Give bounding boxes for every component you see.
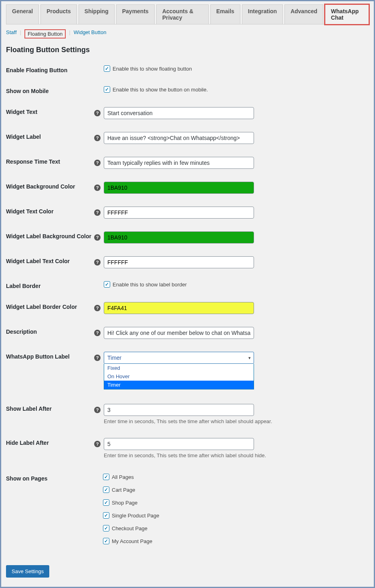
label-button-label: WhatsApp Button Label [6,352,94,360]
checkbox-shop-page[interactable] [103,499,109,506]
label-widget-text: Widget Text [6,107,94,115]
sub-tab-staff[interactable]: Staff [6,29,21,39]
tab-emails[interactable]: Emails [210,4,240,24]
checkbox-cart-page[interactable] [103,487,109,493]
input-hide-after[interactable] [104,438,254,450]
checkbox-single-product-page[interactable] [103,512,109,519]
checkbox-show-mobile[interactable] [104,86,110,93]
sub-tab-widget-button[interactable]: Widget Button [74,29,107,39]
input-label-bg-color[interactable] [104,231,254,243]
help-icon[interactable]: ? [94,135,101,141]
dropdown-button-label: Fixed On Hover Timer [104,364,254,389]
input-bg-color[interactable] [104,182,254,194]
tab-whatsapp-chat[interactable]: WhatsApp Chat [325,4,369,24]
help-icon[interactable]: ? [94,355,101,361]
input-label-text-color[interactable] [104,256,254,268]
checkbox-checkout-page-label: Checkout Page [112,525,147,531]
checkbox-show-mobile-label: Enable this to show the button on mobile… [113,87,208,93]
tab-accounts-privacy[interactable]: Accounts & Privacy [156,4,209,24]
tab-payments[interactable]: Payments [116,4,155,24]
label-enable-floating: Enable Floating Button [6,65,94,73]
checkbox-all-pages[interactable] [103,474,109,480]
save-button[interactable]: Save Settings [6,565,49,578]
help-icon[interactable]: ? [94,185,101,191]
input-widget-text[interactable] [104,107,254,119]
help-icon[interactable]: ? [94,330,101,336]
input-label-border-color[interactable] [104,302,254,314]
label-show-after: Show Label After [6,404,94,412]
main-tabs: General Products Shipping Payments Accou… [6,4,369,24]
help-icon[interactable]: ? [94,110,101,116]
dropdown-option-fixed[interactable]: Fixed [104,364,254,372]
checkbox-checkout-page[interactable] [103,525,109,531]
label-label-border-color: Widget Label Border Color [6,302,94,310]
help-icon[interactable]: ? [94,259,101,266]
label-description: Description [6,327,94,335]
tab-general[interactable]: General [6,4,39,24]
sub-tab-floating-button[interactable]: Floating Button [24,29,66,39]
checkbox-my-account-page-label: My Account Page [112,538,152,544]
input-response-time[interactable] [104,157,254,169]
label-hide-after: Hide Label After [6,438,94,446]
help-icon[interactable]: ? [94,160,101,166]
checkbox-cart-page-label: Cart Page [112,487,135,493]
label-show-mobile: Show on Mobile [6,86,94,94]
hint-show-after: Enter time in seconds, This sets the tim… [104,418,272,424]
label-label-bg-color: Widget Label Background Color [6,231,94,239]
label-response-time: Response Time Text [6,157,94,165]
checkbox-label-border[interactable] [104,281,110,288]
hint-hide-after: Enter time in seconds, This sets the tim… [104,452,266,458]
tab-products[interactable]: Products [40,4,77,24]
help-icon[interactable]: ? [94,407,101,413]
input-text-color[interactable] [104,207,254,219]
checkbox-single-product-page-label: Single Product Page [112,513,159,519]
input-description[interactable] [104,327,254,339]
dropdown-option-timer[interactable]: Timer [104,381,254,389]
input-show-after[interactable] [104,404,254,416]
sub-tabs: Staff Floating Button | Widget Button [6,24,369,42]
select-button-label[interactable]: Timer [104,352,254,364]
tab-shipping[interactable]: Shipping [79,4,115,24]
label-text-color: Widget Text Color [6,207,94,215]
label-bg-color: Widget Background Color [6,182,94,190]
label-label-border: Label Border [6,281,94,289]
help-icon[interactable]: ? [94,305,101,311]
help-icon[interactable]: ? [94,441,101,447]
checkbox-enable-floating-label: Enable this to show floating button [113,66,192,72]
input-widget-label[interactable] [104,132,254,144]
checkbox-my-account-page[interactable] [103,538,109,544]
checkbox-enable-floating[interactable] [104,65,110,72]
label-show-pages: Show on Pages [6,474,94,482]
label-widget-label: Widget Label [6,132,94,140]
checkbox-shop-page-label: Shop Page [112,500,137,506]
help-icon[interactable]: ? [94,209,101,216]
tab-advanced[interactable]: Advanced [284,4,323,24]
tab-integration[interactable]: Integration [242,4,283,24]
help-icon[interactable]: ? [94,234,101,241]
label-label-text-color: Widget Label Text Color [6,256,94,264]
dropdown-option-on-hover[interactable]: On Hover [104,372,254,381]
checkbox-all-pages-label: All Pages [112,474,134,480]
section-title: Floating Button Settings [6,46,369,54]
checkbox-label-border-label: Enable this to show label border [113,282,187,288]
